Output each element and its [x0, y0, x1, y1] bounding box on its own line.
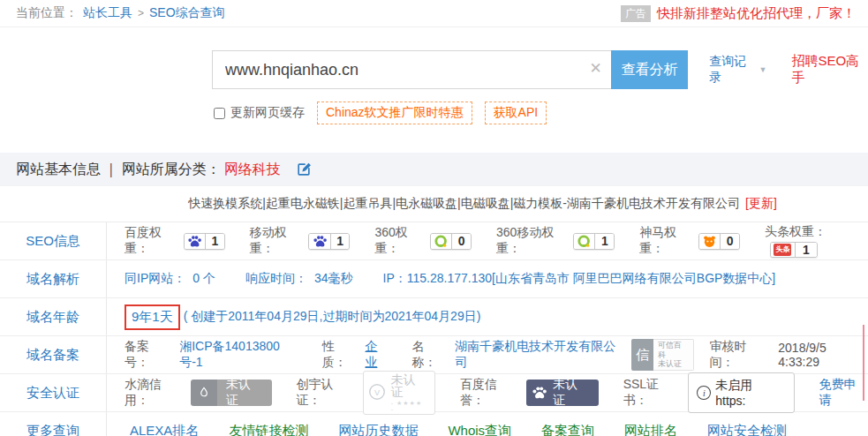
same-ip-value[interactable]: 0 个	[192, 271, 215, 287]
refresh-cache-checkbox[interactable]	[214, 108, 225, 119]
more-queries-row: 更多查询 ALEXA排名 友情链接检测 网站历史数据 Whois查询 备案查询 …	[0, 412, 868, 436]
link-site-rank[interactable]: 网站排名	[624, 423, 677, 436]
right-edge-ad-strip	[863, 325, 864, 401]
360-mobile-weight-label: 360移动权重：	[496, 225, 568, 257]
recruit-seo-link[interactable]: 招聘SEO高手	[791, 53, 868, 86]
360-weight-value: 0	[451, 234, 471, 249]
update-title-link[interactable]: [更新]	[745, 196, 777, 212]
chuangyu-status: 未认证	[391, 373, 427, 398]
trust-badge-line1: 可信百科	[658, 341, 689, 359]
security-row: 安全认证 水滴信用： 未认证 创宇认证： V 未认证 - ★★★★ -	[0, 374, 868, 412]
category-value[interactable]: 网络科技	[224, 161, 281, 179]
row-label-icp[interactable]: 域名备案	[0, 336, 107, 373]
panel-title-divider: ｜	[104, 161, 118, 179]
ssl-status: 未启用 https:	[715, 378, 785, 408]
ad-badge: 广告	[621, 5, 651, 22]
domain-input[interactable]	[213, 51, 611, 88]
icp-record-row: 域名备案 备案号： 湘ICP备14013800号-1 性质： 企业 名称： 湖南…	[0, 336, 868, 374]
row-label-domain-age[interactable]: 域名年龄	[0, 298, 107, 335]
edit-category-icon[interactable]	[295, 161, 313, 178]
row-label-security[interactable]: 安全认证	[0, 374, 107, 411]
shenma-icon	[699, 234, 720, 249]
breadcrumb-prefix: 当前位置：	[16, 5, 78, 21]
link-icp-query[interactable]: 备案查询	[541, 423, 594, 436]
response-time-label: 响应时间：	[245, 271, 307, 287]
ip-value[interactable]: 115.28.177.130[山东省青岛市 阿里巴巴网络有限公司BGP数据中心]	[407, 271, 776, 287]
shuidi-credit-badge[interactable]: 未认证	[191, 380, 271, 406]
360-mobile-weight-badge[interactable]: 1	[573, 233, 615, 250]
svg-text:V: V	[374, 387, 381, 396]
top-ad[interactable]: 广告 快排新排整站优化招代理，厂家！	[621, 5, 856, 22]
toutiao-weight-value: 1	[795, 243, 817, 257]
mobile-weight-badge[interactable]: 1	[308, 233, 350, 250]
baidu-weight-label: 百度权重：	[125, 225, 178, 257]
icp-company-name[interactable]: 湖南千豪机电技术开发有限公司	[455, 339, 623, 371]
water-drop-icon	[191, 380, 217, 406]
panel-title: 网站基本信息	[16, 161, 101, 179]
shenma-weight-badge[interactable]: 0	[698, 233, 740, 250]
trust-encyclopedia-badge[interactable]: 信 可信百科 未认证	[631, 339, 694, 370]
cache-checkbox-wrap: 更新网页缓存	[214, 105, 305, 121]
icp-nature-label: 性质：	[322, 339, 359, 371]
same-ip-label[interactable]: 同IP网站：	[125, 271, 185, 287]
row-label-seo-info[interactable]: SEO信息	[0, 222, 107, 259]
site-title-text: 快速换模系统|起重电永磁铁|起重吊具|电永磁吸盘|电磁吸盘|磁力模板-湖南千豪机…	[188, 196, 740, 212]
360-ring-icon	[431, 234, 451, 249]
cache-checkbox-label: 更新网页缓存	[230, 105, 305, 121]
site-info-panel: 网站基本信息 ｜ 网站所属分类： 网络科技 快速换模系统|起重电永磁铁|起重吊具…	[0, 153, 868, 436]
360-mobile-weight-value: 1	[594, 234, 614, 249]
analyze-button[interactable]: 查看分析	[611, 50, 689, 89]
icp-nature-value[interactable]: 企业	[365, 339, 389, 371]
category-label: 网站所属分类：	[122, 161, 221, 179]
search-area: ✕ 查看分析 查询记录 ▼ 招聘SEO高手 更新网页缓存 Chinaz软文推广限…	[0, 27, 868, 124]
breadcrumb-link-seo-query[interactable]: SEO综合查询	[149, 5, 225, 21]
ssl-status-badge[interactable]: i 未启用 https:	[688, 372, 794, 413]
baidu-trust-status: 未认证	[553, 377, 589, 409]
mobile-weight-value: 1	[330, 234, 350, 249]
kcy-v-icon: V	[367, 382, 387, 404]
query-history-link[interactable]: 查询记录 ▼	[709, 54, 766, 86]
baidu-paw-icon	[309, 234, 329, 249]
chevron-down-icon: ▼	[759, 65, 766, 74]
360-weight-badge[interactable]: 0	[430, 233, 472, 250]
breadcrumb-link-tools[interactable]: 站长工具	[83, 5, 132, 21]
link-whois-query[interactable]: Whois查询	[448, 423, 511, 436]
row-label-more[interactable]: 更多查询	[0, 412, 107, 436]
link-alexa-rank[interactable]: ALEXA排名	[130, 423, 199, 436]
shuidi-label: 水滴信用：	[125, 377, 185, 409]
query-history-label: 查询记录	[709, 54, 755, 86]
icp-name-label: 名称：	[412, 339, 449, 371]
trust-badge-line2: 未认证	[658, 359, 689, 368]
domain-age-row: 域名年龄 9年1天 ( 创建于2011年04月29日,过期时间为2021年04月…	[0, 298, 868, 336]
get-api-link[interactable]: 获取API	[485, 101, 547, 124]
link-site-history[interactable]: 网站历史数据	[338, 423, 418, 436]
toutiao-weight-badge[interactable]: 头条 1	[770, 242, 818, 258]
ad-text[interactable]: 快排新排整站优化招代理，厂家！	[657, 5, 856, 22]
clear-input-icon[interactable]: ✕	[589, 59, 601, 78]
baidu-paw-icon	[532, 385, 547, 401]
promo-link[interactable]: Chinaz软文推广限时特惠	[317, 101, 472, 124]
link-site-security[interactable]: 网站安全检测	[707, 423, 787, 436]
row-label-domain-resolve[interactable]: 域名解析	[0, 260, 107, 297]
response-time-value: 34毫秒	[314, 271, 353, 287]
link-friend-links[interactable]: 友情链接检测	[229, 423, 308, 436]
icp-number-label: 备案号：	[125, 339, 172, 371]
shenma-weight-label: 神马权重：	[639, 225, 693, 257]
baidu-trust-badge[interactable]: 未认证	[526, 380, 598, 406]
ssl-apply-link[interactable]: 免费申请	[819, 377, 868, 409]
breadcrumb: 当前位置： 站长工具 > SEO综合查询 广告 快排新排整站优化招代理，厂家！	[0, 0, 868, 27]
panel-header: 网站基本信息 ｜ 网站所属分类： 网络科技	[0, 153, 868, 186]
chuangyu-stars: - ★★★★ -	[391, 400, 427, 412]
info-icon: i	[697, 386, 711, 400]
site-title-row: 快速换模系统|起重电永磁铁|起重吊具|电永磁吸盘|电磁吸盘|磁力模板-湖南千豪机…	[0, 186, 868, 222]
360-ring-icon	[574, 234, 594, 249]
baidu-paw-icon	[185, 234, 205, 249]
baidu-trust-label: 百度信誉：	[460, 377, 521, 409]
toutiao-icon: 头条	[771, 243, 795, 257]
seo-query-page: 当前位置： 站长工具 > SEO综合查询 广告 快排新排整站优化招代理，厂家！ …	[0, 0, 868, 436]
baidu-weight-badge[interactable]: 1	[184, 233, 225, 250]
domain-age-value: 9年1天	[125, 304, 180, 330]
chuangyu-cert-badge[interactable]: V 未认证 - ★★★★ -	[363, 371, 435, 415]
icp-number-value[interactable]: 湘ICP备14013800号-1	[179, 339, 299, 371]
breadcrumb-separator: >	[138, 7, 144, 19]
